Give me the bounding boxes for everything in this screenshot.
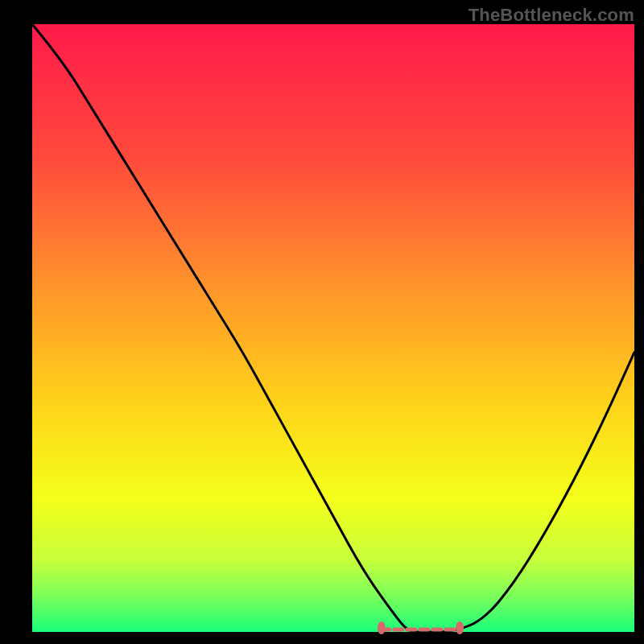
flat-range-start-marker: [378, 621, 386, 634]
watermark-text: TheBottleneck.com: [469, 5, 634, 26]
chart-svg: [0, 0, 644, 644]
plot-background: [32, 24, 634, 632]
chart-frame: TheBottleneck.com: [0, 0, 644, 644]
flat-range-end-marker: [456, 621, 464, 634]
